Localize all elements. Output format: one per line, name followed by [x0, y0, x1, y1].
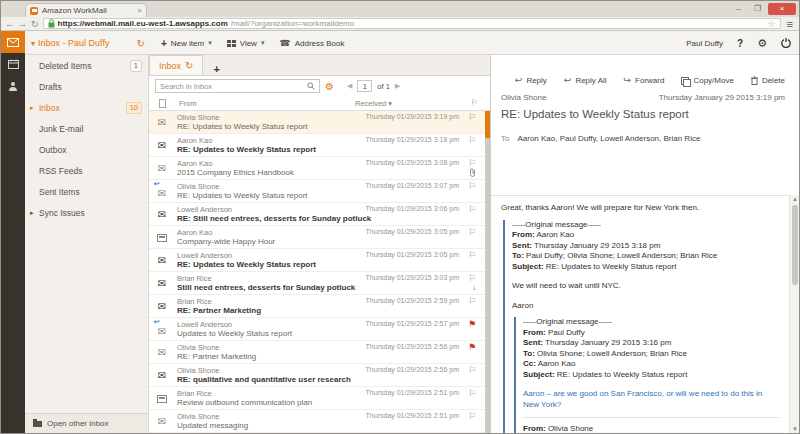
- page-prev-icon[interactable]: ◀: [347, 82, 352, 90]
- flag-column-icon[interactable]: ⚐: [471, 98, 478, 107]
- message-list-row[interactable]: ✉ Olivia Shone Updated messaging Thursda…: [149, 410, 485, 433]
- view-button[interactable]: View ▾: [223, 39, 269, 48]
- page-number-input[interactable]: 1: [357, 80, 372, 92]
- flag-icon[interactable]: ⚐: [468, 296, 476, 306]
- scroll-up-icon[interactable]: ▲: [790, 196, 800, 202]
- unread-envelope-icon: ✉: [158, 279, 166, 289]
- sidebar-folder-item[interactable]: Sent Items: [25, 181, 148, 202]
- message-list-row[interactable]: ✉ Olivia Shone RE: qualitative and quant…: [149, 364, 485, 387]
- sidebar-folder-item[interactable]: ▸ Inbox 10: [25, 97, 148, 118]
- flag-icon[interactable]: ⚐: [468, 204, 476, 214]
- message-list-row[interactable]: ↩✉ Olivia Shone RE: Updates to Weekly St…: [149, 180, 485, 203]
- message-list-row[interactable]: ↩✉ Lowell Anderson Updates to Weekly Sta…: [149, 318, 485, 341]
- pane-scrollbar[interactable]: ▲ ▼: [789, 195, 799, 433]
- refresh-icon[interactable]: ↻: [137, 38, 145, 49]
- refresh-icon[interactable]: ↻: [185, 60, 193, 71]
- message-list-row[interactable]: ✉ Lowell Anderson RE: Still need entrees…: [149, 203, 485, 226]
- sidebar-folder-item[interactable]: Drafts: [25, 76, 148, 97]
- copy-move-button[interactable]: Copy/Move: [681, 76, 733, 85]
- address-book-button[interactable]: ☎ Address Book: [275, 38, 348, 48]
- user-name[interactable]: Paul Duffy: [686, 39, 723, 48]
- message-row-received: Thursday 01/29/2015 2:56 pm: [366, 343, 459, 350]
- folder-expand-icon[interactable]: ▸: [30, 209, 34, 217]
- search-input[interactable]: Search in Inbox: [155, 79, 320, 93]
- url-bar[interactable]: https://webmail.mail.eu-west-1.awsapps.c…: [43, 18, 781, 29]
- sidebar-folder-item[interactable]: ▸ Sync Issues: [25, 202, 148, 223]
- message-row-received: Thursday 01/29/2015 3:03 pm: [366, 274, 459, 281]
- rail-contacts-icon[interactable]: [1, 75, 25, 97]
- message-list-row[interactable]: ✉ Brian Rice RE: Partner Marketing Thurs…: [149, 295, 485, 318]
- window-close-button[interactable]: ×: [768, 3, 796, 15]
- window-maximize-button[interactable]: ❐: [749, 3, 766, 15]
- window-minimize-button[interactable]: –: [730, 3, 747, 15]
- new-item-button[interactable]: + New item ▾: [157, 38, 216, 49]
- message-list-row[interactable]: ✉ Lowell Anderson RE: Updates to Weekly …: [149, 249, 485, 272]
- sidebar-folder-item[interactable]: Junk E-mail: [25, 118, 148, 139]
- folder-switcher[interactable]: ▾ Inbox - Paul Duffy ↻: [31, 31, 149, 55]
- forward-icon[interactable]: →: [18, 18, 27, 30]
- from-column-header[interactable]: From: [179, 99, 197, 108]
- message-list-row[interactable]: Aaron Kao Company-wide Happy Hour Thursd…: [149, 226, 485, 249]
- flag-icon[interactable]: ⚑: [468, 342, 476, 352]
- message-row-subject: RE: Still need entrees, desserts for Sun…: [177, 214, 375, 223]
- sidebar-folder-item[interactable]: Outbox: [25, 139, 148, 160]
- message-list-row[interactable]: ✉ Olivia Shone RE: Partner Marketing Thu…: [149, 341, 485, 364]
- flag-icon[interactable]: ⚐: [468, 112, 476, 122]
- message-list-row[interactable]: ✉ Aaron Kao RE: Updates to Weekly Status…: [149, 134, 485, 157]
- message-list-row[interactable]: ✉ Brian Rice Still need entrees, dessert…: [149, 272, 485, 295]
- paperclip-icon: [469, 168, 476, 177]
- help-icon[interactable]: ?: [737, 38, 743, 49]
- flag-icon[interactable]: ⚐: [468, 227, 476, 237]
- flag-icon[interactable]: ⚐: [468, 388, 476, 398]
- delete-label: Delete: [762, 76, 785, 85]
- folder-expand-icon[interactable]: ▸: [30, 104, 34, 112]
- message-recipients[interactable]: Aaron Kao, Paul Duffy, Lowell Anderson, …: [517, 134, 700, 143]
- message-row-from: Brian Rice: [177, 389, 212, 398]
- bookmark-star-icon[interactable]: ☆: [768, 19, 776, 29]
- replied-envelope-icon: ↩✉: [158, 321, 166, 339]
- delete-button[interactable]: Delete: [751, 76, 785, 85]
- flag-icon[interactable]: ⚐: [468, 411, 476, 421]
- search-placeholder: Search in Inbox: [160, 82, 307, 91]
- message-list-row[interactable]: Brian Rice Review outbound communication…: [149, 387, 485, 410]
- settings-gear-icon[interactable]: ⚙: [757, 37, 767, 50]
- rail-mail-icon[interactable]: [1, 31, 25, 53]
- list-scrollbar[interactable]: [485, 111, 490, 433]
- rail-calendar-icon[interactable]: [1, 53, 25, 75]
- tab-inbox[interactable]: Inbox ↻: [149, 55, 203, 75]
- message-list-row[interactable]: ✉ Aaron Kao 2015 Company Ethics Handbook…: [149, 157, 485, 180]
- flag-icon[interactable]: ⚐: [468, 365, 476, 375]
- logout-power-icon[interactable]: [781, 38, 791, 48]
- message-list-row[interactable]: ✉ Olivia Shone RE: Updates to Weekly Sta…: [149, 111, 485, 134]
- forward-button[interactable]: ↪ Forward: [624, 76, 665, 85]
- flag-icon[interactable]: ⚐: [468, 135, 476, 145]
- reply-all-button[interactable]: ↩ Reply All: [564, 76, 607, 85]
- reply-button[interactable]: ↩ Reply: [515, 76, 547, 85]
- sidebar-folder-item[interactable]: RSS Feeds: [25, 160, 148, 181]
- message-row-subject: RE: Updates to Weekly Status report: [177, 122, 375, 131]
- item-type-column-icon[interactable]: [159, 99, 166, 108]
- flag-icon[interactable]: ⚐: [468, 250, 476, 260]
- scroll-down-icon[interactable]: ▼: [790, 426, 800, 432]
- received-column-header[interactable]: Received ▾: [355, 99, 392, 108]
- search-options-gear-icon[interactable]: ⚙: [325, 81, 334, 92]
- pane-scrollbar-thumb[interactable]: [792, 205, 798, 285]
- flag-icon[interactable]: ⚐: [468, 181, 476, 191]
- back-icon[interactable]: ←: [5, 18, 14, 30]
- tab-close-icon[interactable]: ×: [137, 7, 142, 15]
- forward-label: Forward: [635, 76, 664, 85]
- message-row-received: Thursday 01/29/2015 3:19 pm: [366, 113, 459, 120]
- flag-icon[interactable]: ⚐: [468, 273, 476, 283]
- browser-menu-icon[interactable]: ≡: [785, 18, 795, 30]
- sidebar-folder-item[interactable]: Deleted Items 1: [25, 55, 148, 76]
- reload-icon[interactable]: ↻: [31, 18, 39, 30]
- flag-icon[interactable]: ⚐: [468, 158, 476, 168]
- page-next-icon[interactable]: ▶: [395, 82, 400, 90]
- flag-icon[interactable]: ⚑: [468, 319, 476, 329]
- quote-3-header: From: Olivia ShoneSent: Thursday, Januar…: [523, 424, 779, 433]
- reply-all-icon: ↩: [564, 76, 572, 85]
- browser-tab[interactable]: Amazon WorkMail ×: [25, 3, 147, 17]
- new-tab-button[interactable]: +: [203, 63, 229, 75]
- open-other-inbox-button[interactable]: Open other inbox: [25, 413, 148, 433]
- list-scrollbar-thumb[interactable]: [485, 111, 490, 138]
